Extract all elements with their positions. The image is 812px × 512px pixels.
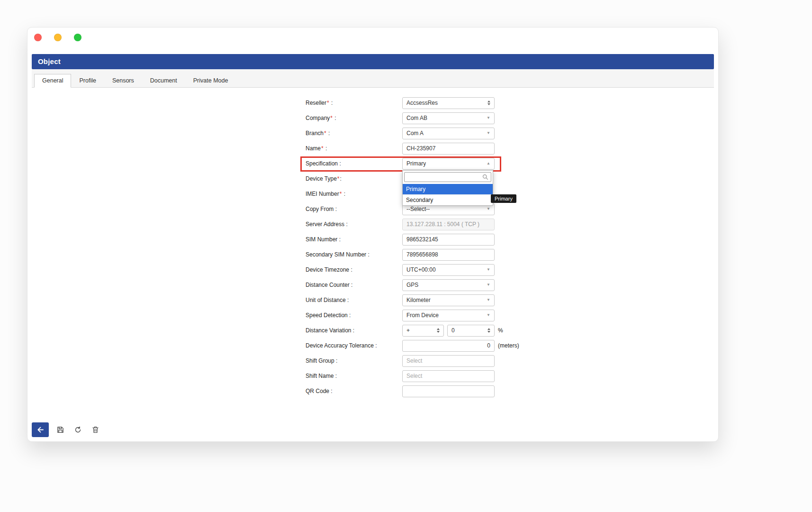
tab-private-mode[interactable]: Private Mode [185,74,236,88]
speed-detection-select[interactable]: From Device▼ [402,310,495,321]
window-titlebar [27,27,718,50]
arrow-left-icon [36,425,45,434]
floppy-disk-icon [56,426,64,434]
selected-value: --Select-- [406,206,430,212]
traffic-lights [34,34,81,41]
field-label: Copy From : [306,206,402,212]
name-input[interactable] [402,143,495,155]
distance-variation-value-select[interactable]: 0 [447,325,495,337]
shift-name-input[interactable] [402,370,495,382]
refresh-icon [74,426,82,434]
form-row-shift-group: Shift Group : [27,353,718,368]
field-label: IMEI Number* : [306,191,402,197]
form-row-reseller: Reseller* :AccsessRes [27,95,718,110]
device-accuracy-tolerance-input[interactable] [402,340,495,352]
dropdown-option-primary[interactable]: Primary [403,184,493,194]
tab-profile[interactable]: Profile [71,74,104,88]
selected-value: GPS [406,282,418,288]
dropdown-search [403,171,493,184]
back-button[interactable] [32,422,49,437]
dropdown-options-list: PrimarySecondary [403,184,493,205]
form-row-unit-of-distance: Unit of Distance :Kilometer▼ [27,293,718,308]
form-row-specification: Specification :Primary▲ [27,156,718,171]
company-select[interactable]: Com AB▼ [402,112,495,124]
form-row-shift-name: Shift Name : [27,368,718,384]
required-asterisk: * [327,100,329,106]
close-window-button[interactable] [34,34,42,41]
unit-of-distance-select[interactable]: Kilometer▼ [402,294,495,306]
distance-variation-sign-select[interactable]: + [402,325,444,337]
selected-value: Kilometer [406,297,431,303]
field-label: Distance Counter : [306,282,402,288]
reseller-select[interactable]: AccsessRes [402,97,495,109]
field-label: Secondary SIM Number : [306,251,402,258]
chevron-up-icon: ▲ [487,162,490,165]
chevron-down-icon: ▼ [487,313,490,317]
stepper-arrows-icon [437,328,440,333]
field-suffix: % [498,327,503,334]
bottom-toolbar [32,422,101,437]
chevron-down-icon: ▼ [487,268,490,272]
field-label: Unit of Distance : [306,297,402,303]
selected-value: UTC+00:00 [406,266,436,273]
sim-number-input[interactable] [402,234,495,246]
tab-document[interactable]: Document [142,74,185,88]
tab-sensors[interactable]: Sensors [104,74,142,88]
field-label: Name* : [306,145,402,152]
field-label: Shift Name : [306,373,402,379]
field-label: Company* : [306,115,402,121]
selected-value: From Device [406,312,439,319]
qr-code-input[interactable] [402,385,495,397]
device-timezone-select[interactable]: UTC+00:00▼ [402,264,495,276]
selected-value: 0 [451,327,455,334]
field-label: Specification : [306,160,402,167]
save-button[interactable] [54,424,66,436]
field-suffix: (meters) [498,342,519,349]
form-row-qr-code: QR Code : [27,384,718,399]
chevron-down-icon: ▼ [487,298,490,302]
specification-select[interactable]: Primary▲ [402,158,495,170]
form-row-sim-number: SIM Number : [27,232,718,247]
dropdown-tooltip: Primary [491,194,516,203]
tab-bar: GeneralProfileSensorsDocumentPrivate Mod… [32,69,714,88]
distance-counter-select[interactable]: GPS▼ [402,279,495,291]
stepper-arrows-icon [487,328,490,333]
required-asterisk: * [340,191,342,197]
dropdown-search-input[interactable] [404,172,491,182]
server-address-input[interactable] [402,219,495,230]
tab-general[interactable]: General [34,74,71,88]
delete-button[interactable] [89,424,101,436]
field-label: Device Accuracy Tolerance : [306,342,402,349]
selected-value: AccsessRes [406,100,438,106]
specification-dropdown: PrimarySecondary [402,170,493,206]
selected-value: Com AB [406,115,427,121]
selected-value: Primary [406,160,426,167]
dropdown-option-secondary[interactable]: Secondary [403,194,493,205]
form-rows: Reseller* :AccsessResCompany* :Com AB▼Br… [27,95,718,399]
form-row-device-type: Device Type*: [27,171,718,186]
minimize-window-button[interactable] [54,34,62,41]
field-label: Branch* : [306,130,402,137]
form-row-distance-counter: Distance Counter :GPS▼ [27,277,718,293]
form-row-company: Company* :Com AB▼ [27,110,718,126]
chevron-down-icon: ▼ [487,131,490,135]
form-row-name: Name* : [27,141,718,156]
selected-value: Com A [406,130,424,137]
required-asterisk: * [321,145,324,152]
field-label: Device Type*: [306,175,402,182]
form-row-copy-from: Copy From :--Select--▼ [27,201,718,217]
secondary-sim-number-input[interactable] [402,249,495,261]
stepper-arrows-icon [487,101,490,105]
form-area: Reseller* :AccsessResCompany* :Com AB▼Br… [27,88,718,399]
selected-value: + [406,327,410,334]
zoom-window-button[interactable] [74,34,81,41]
search-icon [482,174,488,180]
branch-select[interactable]: Com A▼ [402,128,495,139]
trash-icon [91,426,99,434]
chevron-down-icon: ▼ [487,116,490,120]
shift-group-input[interactable] [402,355,495,367]
field-label: Distance Variation : [306,327,402,334]
reload-button[interactable] [72,424,84,436]
page-background: Object GeneralProfileSensorsDocumentPriv… [0,0,812,512]
field-label: SIM Number : [306,236,402,243]
